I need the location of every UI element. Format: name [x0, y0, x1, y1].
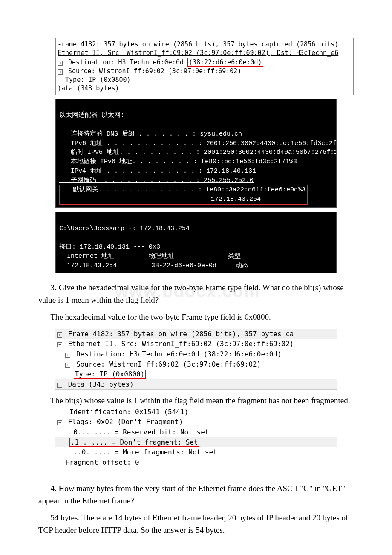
- ws-line: .1.. .... = Don't fragment: Set: [55, 437, 337, 448]
- arp-iface: 接口: 172.18.40.131 --- 0x3: [59, 243, 160, 251]
- flags-block: Identification: 0x1541 (5441) − Flags: 0…: [55, 407, 337, 468]
- ws-line: Ethernet II, Src: WistronI_ff:69:02 (3c:…: [58, 49, 353, 57]
- expand-icon[interactable]: +: [57, 332, 62, 338]
- arp-window: C:\Users\Jess>arp -a 172.18.43.254 接口: 1…: [55, 212, 337, 274]
- ws-line: − Ethernet II, Src: WistronI_ff:69:02 (3…: [55, 339, 337, 349]
- q3-text: www.bdocx.com 3. Give the hexadecimal va…: [38, 282, 354, 306]
- arp-hdr-inet: Internet 地址: [67, 253, 114, 260]
- bits-text: The bit(s) whose value is 1 within the f…: [38, 395, 354, 407]
- ws-line: + Source: WistronI_ff:69:02 (3c:97:0e:ff…: [55, 359, 337, 370]
- ipconfig-row: 临时 IPv6 地址. . . . . . . . . . : 2001:250…: [59, 149, 337, 156]
- ws-line: Type: IP (0x0800): [58, 75, 353, 84]
- expand-icon[interactable]: +: [65, 353, 70, 358]
- ws-line: Fragment offset: 0: [55, 457, 337, 468]
- collapse-icon[interactable]: −: [57, 342, 62, 347]
- type-highlight: Type: IP (0x0800): [74, 370, 146, 379]
- mac-highlight: (38:22:d6:e6:0e:0d): [187, 58, 263, 67]
- ws-line: + Frame 4182: 357 bytes on wire (2856 bi…: [55, 329, 337, 339]
- arp-mac: 38-22-d6-e6-0e-0d: [151, 262, 216, 269]
- wireshark-top-block: -rame 4182: 357 bytes on wire (2856 bits…: [55, 38, 354, 95]
- ipconfig-row: IPv6 地址 . . . . . . . . . . . . : 2001:2…: [59, 140, 337, 147]
- ws-line: − Data (343 bytes): [55, 379, 337, 390]
- arp-hdr-phys: 物理地址: [149, 253, 174, 260]
- ws-line: + Destination: H3cTechn_e6:0e:0d (38:22:…: [55, 349, 337, 359]
- q4-text: 4. How many bytes from the very start of…: [38, 483, 354, 507]
- ws-line: Identification: 0x1541 (5441): [55, 407, 337, 417]
- ipconfig-row: 子网掩码 . . . . . . . . . . . . : 255.255.2…: [59, 177, 254, 184]
- ws-line: ..0. .... = More fragments: Not set: [55, 447, 337, 457]
- ipconfig-row: 连接特定的 DNS 后缀 . . . . . . . : sysu.edu.cn: [59, 130, 242, 138]
- ipconfig-title: 以太网适配器 以太网:: [59, 112, 124, 119]
- q3-answer: The hexadecimal value for the two-byte F…: [38, 311, 354, 324]
- dest-prefix: Destination: H3cTechn_e6:0e:0d: [68, 58, 184, 66]
- arp-ip: 172.18.43.254: [67, 262, 117, 269]
- ipconfig-row: IPv4 地址 . . . . . . . . . . . . : 172.18…: [59, 168, 256, 175]
- arp-cmd: C:\Users\Jess>arp -a 172.18.43.254: [59, 225, 190, 232]
- ws-line: )ata (343 bytes): [58, 84, 353, 92]
- q4-answer: 54 bytes. There are 14 bytes of Ethernet…: [38, 512, 354, 536]
- ipconfig-row: 本地链接 IPv6 地址. . . . . . . . : fe80::bc:1…: [59, 158, 297, 165]
- collapse-icon[interactable]: −: [57, 383, 62, 388]
- type-line: Type: IP (0x0800): [65, 76, 131, 84]
- src-line: Source: WistronI_ff:69:02 (3c:97:0e:ff:6…: [68, 67, 241, 75]
- ipconfig-window: 以太网适配器 以太网: 连接特定的 DNS 后缀 . . . . . . . :…: [55, 99, 337, 208]
- dont-fragment-highlight: .1.. .... = Don't fragment: Set: [69, 438, 199, 447]
- ws-line: + Source: WistronI_ff:69:02 (3c:97:0e:ff…: [58, 67, 353, 75]
- wireshark-mid-block: + Frame 4182: 357 bytes on wire (2856 bi…: [55, 329, 337, 390]
- arp-hdr-type: 类型: [228, 253, 241, 260]
- expand-icon[interactable]: +: [65, 363, 70, 368]
- expand-icon[interactable]: +: [58, 61, 63, 66]
- ws-line: Type: IP (0x0800): [55, 369, 337, 379]
- gateway-highlight: 默认网关. . . . . . . . . . . . . : fe80::3a…: [59, 185, 308, 205]
- collapse-icon[interactable]: −: [57, 420, 62, 425]
- ws-line: 0... .... = Reserved bit: Not set: [55, 427, 337, 437]
- expand-icon[interactable]: +: [58, 69, 63, 75]
- ws-line: − Flags: 0x02 (Don't Fragment): [55, 417, 337, 427]
- ws-line: + Destination: H3cTechn_e6:0e:0d (38:22:…: [58, 58, 353, 67]
- ws-line: -rame 4182: 357 bytes on wire (2856 bits…: [58, 40, 353, 49]
- arp-type: 动态: [236, 262, 248, 269]
